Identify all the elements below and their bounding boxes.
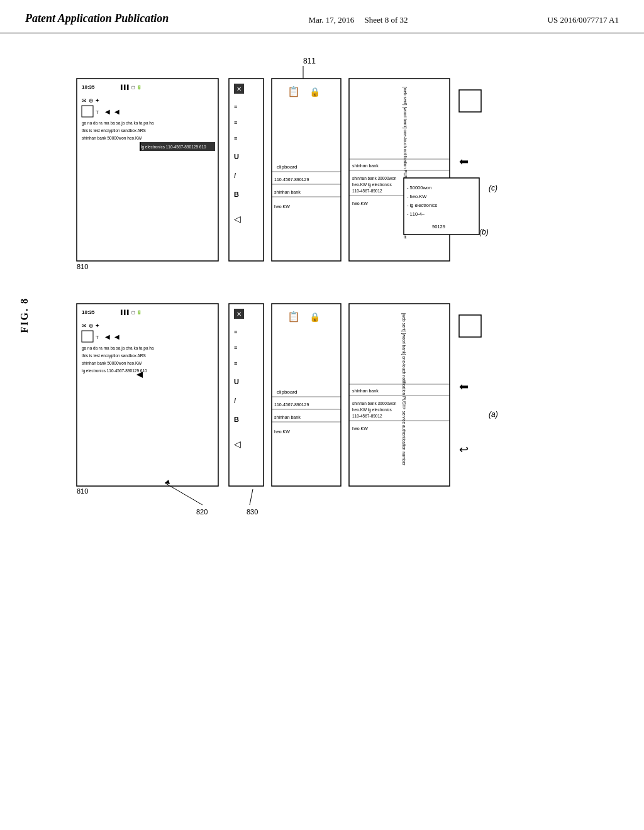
svg-text:shinhan bank: shinhan bank bbox=[274, 415, 301, 419]
svg-text:[web sent] [woori bank] one-to: [web sent] [woori bank] one-touch notifi… bbox=[401, 313, 406, 466]
svg-text:shinhan bank: shinhan bank bbox=[274, 190, 301, 194]
svg-text:≡: ≡ bbox=[234, 104, 237, 110]
top-diagram: 811 10:35 ▌▌▌ ◻ 🔋 ✉ ⊕ ✦ T ◀ ◀ ga na da r… bbox=[25, 52, 619, 279]
svg-text:- lg electronics: - lg electronics bbox=[407, 202, 438, 208]
svg-text:shinhan bank 30000won: shinhan bank 30000won bbox=[352, 176, 397, 180]
svg-text:I: I bbox=[234, 397, 236, 404]
bottom-diagram: 10:35 ▌▌▌ ◻ 🔋 ✉ ⊕ ✦ T ◀ ◀ ga na da ra ma… bbox=[25, 291, 619, 524]
phone-top-left bbox=[77, 79, 218, 261]
svg-text:lg electronics 110-4567-890129: lg electronics 110-4567-890129 610 bbox=[82, 368, 147, 374]
svg-text:110-4567-890129: 110-4567-890129 bbox=[274, 402, 309, 407]
svg-text:(c): (c) bbox=[489, 184, 497, 192]
svg-text:T: T bbox=[96, 109, 99, 115]
patent-number: US 2016/0077717 A1 bbox=[548, 11, 619, 26]
svg-text:U: U bbox=[234, 378, 239, 385]
svg-text:110-4567-890129: 110-4567-890129 bbox=[274, 177, 309, 182]
svg-text:shinhan bank: shinhan bank bbox=[352, 389, 379, 393]
callout-811: 811 bbox=[303, 57, 316, 65]
svg-text:830: 830 bbox=[247, 508, 258, 516]
phone-bottom-left bbox=[77, 304, 218, 486]
svg-text:◀: ◀ bbox=[114, 333, 119, 340]
svg-text:- 50000won: - 50000won bbox=[407, 185, 431, 191]
svg-text:≡: ≡ bbox=[234, 345, 237, 351]
svg-text:⬅: ⬅ bbox=[459, 380, 469, 393]
svg-text:shinhan bank: shinhan bank bbox=[352, 163, 379, 168]
svg-text:shinhan bank 30000won: shinhan bank 30000won bbox=[352, 401, 397, 406]
svg-text:≡: ≡ bbox=[234, 119, 237, 126]
svg-text:- heo.KW: - heo.KW bbox=[407, 194, 427, 199]
svg-text:◀: ◀ bbox=[105, 108, 110, 115]
svg-text:clipboard: clipboard bbox=[277, 389, 297, 395]
right-icon-top bbox=[459, 90, 481, 112]
svg-text:(a): (a) bbox=[489, 410, 498, 419]
svg-text:⬅: ⬅ bbox=[459, 155, 469, 168]
svg-text:heo.KW lg electronics: heo.KW lg electronics bbox=[352, 182, 392, 187]
svg-text:110-4567-89012: 110-4567-89012 bbox=[352, 414, 382, 418]
svg-text:heo.KW: heo.KW bbox=[274, 204, 290, 209]
svg-text:clipboard: clipboard bbox=[277, 164, 297, 170]
svg-text:10:35: 10:35 bbox=[82, 84, 95, 90]
svg-text:◀: ◀ bbox=[114, 108, 119, 115]
svg-text:90129: 90129 bbox=[432, 224, 445, 230]
header-center: Mar. 17, 2016 Sheet 8 of 32 bbox=[308, 11, 408, 26]
main-content: FIG. 8 811 10:35 ▌▌▌ ◻ 🔋 ✉ ⊕ ✦ T ◀ ◀ ga … bbox=[0, 33, 644, 536]
svg-text:✕: ✕ bbox=[236, 311, 242, 318]
svg-text:shinhan bank 50000won heo.KW: shinhan bank 50000won heo.KW bbox=[82, 361, 142, 365]
top-diagram-svg: 811 10:35 ▌▌▌ ◻ 🔋 ✉ ⊕ ✦ T ◀ ◀ ga na da r… bbox=[39, 52, 605, 279]
svg-text:I: I bbox=[234, 172, 236, 179]
svg-text:(b): (b) bbox=[479, 228, 489, 236]
svg-text:heo.KW: heo.KW bbox=[352, 201, 368, 206]
svg-text:heo.KW: heo.KW bbox=[352, 426, 368, 431]
clipboard-panel-top bbox=[272, 79, 341, 261]
svg-text:📋: 📋 bbox=[287, 311, 300, 323]
svg-text:shinhan bank 50000won heo.KW: shinhan bank 50000won heo.KW bbox=[82, 136, 142, 140]
svg-text:🔒: 🔒 bbox=[309, 312, 321, 323]
svg-text:heo.KW lg electronics: heo.KW lg electronics bbox=[352, 407, 392, 412]
svg-text:10:35: 10:35 bbox=[82, 309, 95, 315]
svg-text:◀: ◀ bbox=[105, 333, 110, 340]
svg-text:🔒: 🔒 bbox=[309, 87, 321, 97]
svg-text:- 110-4–: - 110-4– bbox=[407, 211, 425, 217]
svg-text:ga na da ra ma ba sa ja cha ka: ga na da ra ma ba sa ja cha ka ta pa ha bbox=[82, 121, 154, 126]
svg-text:◁: ◁ bbox=[234, 439, 241, 449]
svg-text:✕: ✕ bbox=[236, 86, 242, 92]
svg-text:this is test encryption sandbo: this is test encryption sandbox ARS bbox=[82, 353, 147, 358]
svg-text:≡: ≡ bbox=[234, 329, 237, 335]
bottom-diagram-svg: 10:35 ▌▌▌ ◻ 🔋 ✉ ⊕ ✦ T ◀ ◀ ga na da ra ma… bbox=[39, 291, 605, 524]
svg-text:✉ ⊕ ✦: ✉ ⊕ ✦ bbox=[82, 323, 100, 329]
svg-text:T: T bbox=[96, 335, 99, 340]
notif-panel-bottom bbox=[349, 304, 450, 486]
svg-text:ga na da ra ma ba sa ja cha ka: ga na da ra ma ba sa ja cha ka ta pa ha bbox=[82, 346, 154, 351]
svg-text:📋: 📋 bbox=[287, 86, 300, 97]
svg-text:≡: ≡ bbox=[234, 360, 237, 367]
svg-text:◁: ◁ bbox=[234, 214, 241, 224]
right-icon-bottom bbox=[459, 315, 481, 337]
page-header: Patent Application Publication Mar. 17, … bbox=[0, 0, 644, 33]
svg-text:✉ ⊕ ✦: ✉ ⊕ ✦ bbox=[82, 97, 100, 104]
svg-text:B: B bbox=[234, 191, 239, 198]
svg-text:heo.KW: heo.KW bbox=[274, 429, 290, 434]
svg-text:820: 820 bbox=[196, 508, 208, 516]
svg-text:U: U bbox=[234, 153, 239, 160]
svg-text:B: B bbox=[234, 416, 239, 423]
svg-line-68 bbox=[250, 489, 253, 505]
svg-text:810: 810 bbox=[77, 263, 88, 270]
svg-text:≡: ≡ bbox=[234, 135, 237, 141]
publication-title: Patent Application Publication bbox=[25, 11, 169, 26]
svg-text:810: 810 bbox=[77, 487, 88, 495]
svg-text:↩: ↩ bbox=[459, 443, 469, 456]
svg-text:this is test encryption sandbo: this is test encryption sandbox ARS bbox=[82, 128, 147, 133]
svg-text:lg electronics 110-4567-890129: lg electronics 110-4567-890129 610 bbox=[141, 145, 206, 150]
clipboard-panel-bottom bbox=[272, 304, 341, 486]
svg-text:110-4567-89012: 110-4567-89012 bbox=[352, 189, 382, 193]
